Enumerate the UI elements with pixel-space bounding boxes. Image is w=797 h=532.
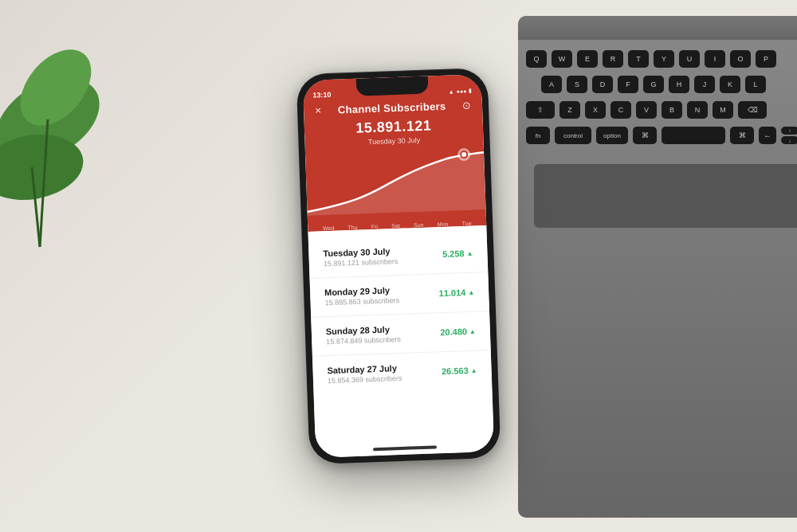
list-item[interactable]: Tuesday 30 July 15.891.121 subscribers 5…: [308, 233, 489, 279]
key-left[interactable]: ←: [759, 127, 776, 144]
key-g[interactable]: G: [643, 76, 664, 93]
stat-day-0: Tuesday 30 July: [323, 246, 398, 258]
list-item[interactable]: Monday 29 July 15.885.863 subscribers 11…: [309, 272, 489, 318]
key-s[interactable]: S: [567, 76, 587, 93]
key-shift[interactable]: ⇧: [526, 101, 555, 119]
key-l[interactable]: L: [745, 76, 766, 93]
stat-gain-2: 20.480 ▲: [440, 327, 476, 338]
stat-day-2: Sunday 28 July: [326, 324, 401, 336]
stat-gain-1: 11.014 ▲: [438, 288, 474, 299]
key-w[interactable]: W: [552, 50, 572, 68]
stat-subs-1: 15.885.863 subscribers: [324, 296, 399, 307]
key-up[interactable]: ↑: [781, 127, 797, 135]
phone: 13:10 ▲ ●●● ▮ × Channel Subscribers ⊙ 15…: [296, 68, 501, 464]
stat-subs-2: 15.874.849 subscribers: [326, 335, 401, 346]
key-a[interactable]: A: [541, 76, 562, 93]
key-p[interactable]: P: [756, 50, 776, 68]
phone-outer-shell: 13:10 ▲ ●●● ▮ × Channel Subscribers ⊙ 15…: [296, 68, 501, 464]
key-m[interactable]: M: [713, 101, 733, 119]
key-backspace[interactable]: ⌫: [738, 101, 767, 119]
key-u[interactable]: U: [679, 50, 700, 68]
key-h[interactable]: H: [669, 76, 689, 93]
stat-info-1: Monday 29 July 15.885.863 subscribers: [324, 285, 399, 307]
gain-arrow-3: ▲: [471, 366, 477, 374]
stat-subs-0: 15.891.121 subscribers: [324, 257, 398, 268]
key-x[interactable]: X: [585, 101, 606, 119]
key-o[interactable]: O: [730, 50, 751, 68]
gain-arrow-2: ▲: [469, 327, 476, 334]
key-control[interactable]: control: [555, 127, 591, 144]
status-time: 13:10: [312, 91, 331, 100]
gain-arrow-0: ▲: [466, 249, 473, 256]
plant-decoration: [0, 24, 143, 263]
key-cmd-right[interactable]: ⌘: [730, 127, 754, 144]
stat-day-3: Saturday 27 July: [327, 363, 402, 375]
signal-icon: ●●●: [457, 88, 467, 93]
gain-value-0: 5.258: [442, 248, 465, 259]
key-r[interactable]: R: [603, 50, 623, 68]
wifi-icon: ▲: [449, 88, 454, 94]
chart-area: Wed Thu Fri Sat Sun Mon Tue: [305, 146, 486, 232]
stats-list: Tuesday 30 July 15.891.121 subscribers 5…: [308, 225, 492, 403]
gain-value-2: 20.480: [440, 327, 467, 337]
trackpad[interactable]: [534, 164, 797, 228]
key-c[interactable]: C: [611, 101, 631, 119]
key-t[interactable]: T: [628, 50, 649, 68]
gain-value-1: 11.014: [438, 288, 465, 298]
key-b[interactable]: B: [662, 101, 682, 119]
key-d[interactable]: D: [592, 76, 613, 93]
content-area: Tuesday 30 July 15.891.121 subscribers 5…: [308, 225, 494, 458]
chart-svg: [305, 146, 486, 216]
key-n[interactable]: N: [687, 101, 708, 119]
key-z[interactable]: Z: [559, 101, 580, 119]
key-i[interactable]: I: [705, 50, 725, 68]
camera-icon[interactable]: ⊙: [462, 99, 472, 111]
stat-gain-0: 5.258 ▲: [442, 248, 473, 259]
status-icons: ▲ ●●● ▮: [449, 88, 473, 95]
key-y[interactable]: Y: [654, 50, 674, 68]
phone-notch: [356, 76, 429, 96]
list-item[interactable]: Saturday 27 July 15.854.369 subscribers …: [312, 350, 493, 395]
laptop-keyboard: Q W E R T Y U I O P A S D F G H J K L ⇧ …: [518, 16, 797, 518]
key-space[interactable]: [662, 127, 725, 144]
key-f[interactable]: F: [618, 76, 638, 93]
key-option[interactable]: option: [596, 127, 628, 144]
key-q[interactable]: Q: [526, 50, 547, 68]
key-down[interactable]: ↓: [781, 136, 797, 144]
stat-info-0: Tuesday 30 July 15.891.121 subscribers: [323, 246, 398, 268]
key-cmd[interactable]: ⌘: [633, 127, 657, 144]
battery-icon: ▮: [469, 88, 472, 94]
key-fn[interactable]: fn: [526, 127, 550, 144]
stat-info-2: Sunday 28 July 15.874.849 subscribers: [326, 324, 401, 346]
stat-gain-3: 26.563 ▲: [442, 366, 477, 377]
stat-day-1: Monday 29 July: [324, 285, 399, 297]
key-e[interactable]: E: [577, 50, 598, 68]
gain-value-3: 26.563: [442, 366, 469, 376]
phone-screen: 13:10 ▲ ●●● ▮ × Channel Subscribers ⊙ 15…: [303, 74, 494, 458]
stat-subs-3: 15.854.369 subscribers: [328, 374, 402, 385]
stat-info-3: Saturday 27 July 15.854.369 subscribers: [327, 363, 402, 385]
key-k[interactable]: K: [720, 76, 740, 93]
home-indicator: [373, 445, 437, 451]
key-j[interactable]: J: [694, 76, 715, 93]
close-button[interactable]: ×: [315, 104, 322, 116]
key-v[interactable]: V: [636, 101, 657, 119]
list-item[interactable]: Sunday 28 July 15.874.849 subscribers 20…: [311, 311, 491, 357]
gain-arrow-1: ▲: [468, 288, 474, 295]
